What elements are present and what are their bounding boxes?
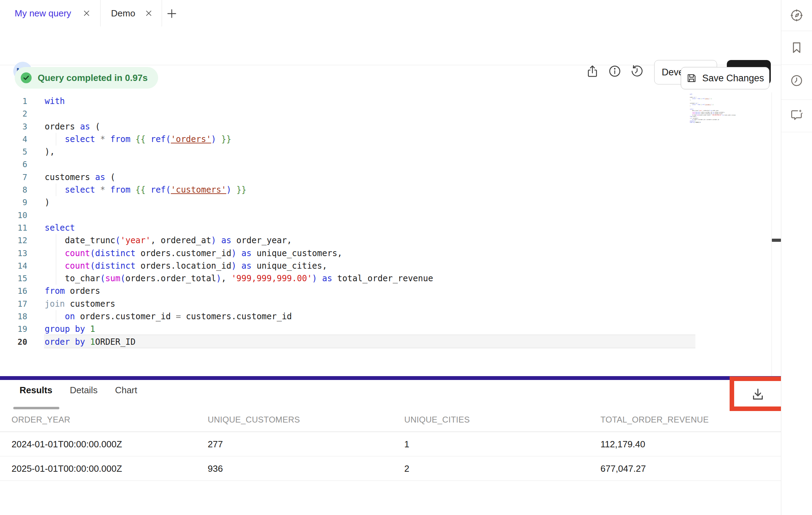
save-icon: [686, 73, 697, 84]
gutter-line-number: 6: [0, 158, 27, 171]
share-icon: [585, 64, 599, 78]
sidebar-divider: [781, 99, 812, 100]
indent-guide: [56, 310, 56, 323]
clock-icon: [790, 74, 804, 88]
sidebar-divider: [781, 31, 812, 31]
tab-details[interactable]: Details: [70, 385, 97, 396]
close-icon[interactable]: [144, 9, 153, 18]
gutter-line-number: 4: [0, 133, 27, 145]
share-button[interactable]: [585, 64, 600, 79]
gutter-line-number: 14: [0, 260, 27, 272]
code-line-20[interactable]: order by 1ORDER_ID: [45, 336, 708, 348]
table-cell: 2: [404, 456, 600, 481]
gutter-line-number: 1: [0, 95, 27, 107]
tab-chart[interactable]: Chart: [115, 385, 137, 396]
bookmarks-button[interactable]: [781, 41, 812, 55]
table-cell: 277: [208, 432, 404, 456]
table-row[interactable]: 2025-01-01T00:00:00.000Z9362677,047.27: [0, 456, 781, 481]
code-line-12[interactable]: date_trunc('year', ordered_at) as order_…: [45, 234, 708, 247]
right-sidebar: [781, 0, 812, 515]
gutter-line-number: 2: [0, 107, 27, 120]
code-line-8[interactable]: select * from {{ ref('customers') }}: [45, 184, 708, 196]
table-cell: 936: [208, 456, 404, 481]
tab-results[interactable]: Results: [20, 385, 52, 396]
table-cell: 1: [404, 432, 600, 456]
tab-my-new-query[interactable]: My new query: [4, 0, 101, 27]
query-status-badge: Query completed in 0.97s: [15, 67, 158, 89]
code-line-4[interactable]: select * from {{ ref('orders') }}: [45, 133, 708, 145]
code-line-9[interactable]: ): [45, 196, 708, 209]
gutter-line-number: 20: [0, 336, 27, 348]
new-tab-button[interactable]: [165, 7, 179, 21]
sidebar-divider: [781, 65, 812, 65]
code-line-14[interactable]: count(distinct orders.location_id) as un…: [45, 260, 708, 272]
code-editor[interactable]: withorders as ( select * from {{ ref('or…: [45, 95, 708, 348]
code-line-7[interactable]: customers as (: [45, 171, 708, 184]
info-icon: [608, 64, 622, 78]
results-table-header: ORDER_YEARUNIQUE_CUSTOMERSUNIQUE_CITIEST…: [0, 411, 781, 432]
code-line-16[interactable]: from orders: [45, 285, 708, 297]
ai-assistant-button[interactable]: [781, 108, 812, 122]
history-icon: [630, 64, 644, 78]
download-results-button[interactable]: [735, 381, 781, 406]
tab-demo[interactable]: Demo: [101, 0, 162, 27]
code-line-11[interactable]: select: [45, 222, 708, 234]
gutter-line-number: 5: [0, 145, 27, 158]
tab-label: Demo: [111, 8, 135, 19]
code-line-19[interactable]: group by 1: [45, 323, 708, 335]
code-line-10[interactable]: [45, 209, 708, 222]
code-line-13[interactable]: count(distinct orders.customer_id) as un…: [45, 247, 708, 260]
column-header[interactable]: ORDER_YEAR: [12, 411, 208, 432]
indent-guide: [56, 247, 56, 260]
code-line-15[interactable]: to_char(sum(orders.order_total), '999,99…: [45, 272, 708, 285]
editor-minimap[interactable]: withorders as ( select * from {{ ref('or…: [690, 94, 751, 167]
table-cell: 2025-01-01T00:00:00.000Z: [12, 456, 208, 481]
info-button[interactable]: [607, 64, 622, 79]
table-cell: 2024-01-01T00:00:00.000Z: [12, 432, 208, 456]
code-line-2[interactable]: [45, 107, 708, 120]
results-tab-bar: Results Details Chart: [20, 385, 137, 396]
chat-sparkle-icon: [790, 108, 804, 122]
code-line-18[interactable]: on orders.customer_id = customers.custom…: [45, 310, 708, 323]
table-row[interactable]: 2024-01-01T00:00:00.000Z2771112,179.40: [0, 432, 781, 456]
query-ide-window: { "tab_bar": { "tabs": [ {"label": "My n…: [0, 0, 812, 515]
save-changes-label: Save Changes: [702, 73, 764, 84]
column-header[interactable]: UNIQUE_CITIES: [404, 411, 600, 432]
explore-button[interactable]: [781, 8, 812, 22]
results-panel-splitter[interactable]: [0, 376, 781, 380]
column-header[interactable]: UNIQUE_CUSTOMERS: [208, 411, 404, 432]
gutter-line-number: 18: [0, 310, 27, 323]
panel-resize-handle[interactable]: [772, 239, 781, 242]
indent-guide: [56, 234, 56, 247]
gutter-line-number: 15: [0, 272, 27, 285]
code-line-6[interactable]: [45, 158, 708, 171]
gutter-line-number: 9: [0, 196, 27, 209]
code-line-3[interactable]: orders as (: [45, 120, 708, 133]
gutter-line-number: 11: [0, 222, 27, 234]
gutter-line-number: 13: [0, 247, 27, 260]
gutter-line-number: 19: [0, 323, 27, 335]
gutter-line-number: 10: [0, 209, 27, 222]
history-button[interactable]: [630, 64, 644, 79]
close-icon[interactable]: [82, 9, 91, 18]
table-cell: 677,047.27: [600, 456, 781, 481]
line-number-gutter: 1234567891011121314151617181920: [0, 95, 27, 348]
compass-icon: [790, 8, 804, 22]
gutter-line-number: 8: [0, 184, 27, 196]
code-line-1[interactable]: with: [45, 95, 708, 107]
gutter-line-number: 7: [0, 171, 27, 184]
code-line-5[interactable]: ),: [45, 145, 708, 158]
save-changes-button[interactable]: Save Changes: [681, 67, 769, 89]
indent-guide: [56, 133, 56, 145]
code-line-20[interactable]: order by 1ORDER_ID: [690, 122, 751, 123]
gutter-line-number: 16: [0, 285, 27, 297]
gutter-line-number: 17: [0, 298, 27, 310]
indent-guide: [56, 260, 56, 272]
code-line-17[interactable]: join customers: [45, 298, 708, 310]
column-header[interactable]: TOTAL_ORDER_REVENUE: [600, 411, 781, 432]
plus-icon: [166, 8, 178, 20]
gutter-line-number: 3: [0, 120, 27, 133]
active-tab-underline: [13, 407, 59, 409]
indent-guide: [56, 184, 56, 196]
recent-queries-button[interactable]: [781, 74, 812, 88]
